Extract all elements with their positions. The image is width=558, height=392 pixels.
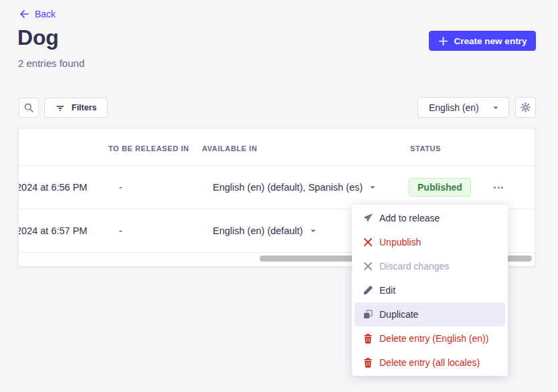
locale-select[interactable]: English (en) [417, 97, 509, 118]
content-manager-list-view: { "page": { "back_label": "Back", "title… [0, 0, 558, 392]
table-row[interactable]: 2024 at 6:56 PM - English (en) (default)… [19, 166, 535, 209]
available-in-value: English (en) (default) [213, 225, 303, 236]
search-button[interactable] [19, 98, 39, 118]
menu-item-label: Unpublish [379, 237, 421, 248]
row-actions-button[interactable] [489, 179, 508, 195]
column-header-available-in[interactable]: AVAILABLE IN [202, 144, 258, 153]
pencil-icon [363, 285, 373, 296]
create-new-entry-button[interactable]: Create new entry [429, 31, 536, 51]
menu-item-delete-entry-all-locales[interactable]: Delete entry (all locales) [355, 351, 505, 375]
entries-count: 2 entries found [18, 58, 84, 69]
table-header-row: TO BE RELEASED IN AVAILABLE IN STATUS [19, 129, 535, 166]
caret-down-icon [309, 227, 317, 235]
cell-available-in[interactable]: English (en) (default), Spanish (es) [213, 182, 377, 193]
ellipsis-icon [494, 187, 496, 189]
gear-icon [520, 102, 531, 113]
menu-item-label: Delete entry (all locales) [379, 357, 480, 368]
create-new-entry-label: Create new entry [454, 36, 527, 46]
menu-item-label: Duplicate [379, 309, 418, 320]
filter-icon [55, 102, 66, 113]
duplicate-icon [363, 309, 373, 320]
back-link[interactable]: Back [19, 9, 56, 19]
menu-item-unpublish[interactable]: Unpublish [355, 230, 505, 254]
cell-available-in[interactable]: English (en) (default) [213, 225, 317, 236]
status-badge: Published [409, 178, 471, 197]
cell-to-be-released-in: - [119, 182, 122, 193]
menu-item-discard-changes[interactable]: Discard changes [355, 254, 505, 278]
available-in-value: English (en) (default), Spanish (es) [213, 182, 363, 193]
cell-to-be-released-in: - [119, 225, 122, 236]
menu-item-label: Add to release [379, 213, 440, 223]
filters-button[interactable]: Filters [44, 98, 108, 118]
filters-label: Filters [72, 103, 97, 112]
menu-item-label: Edit [379, 285, 395, 296]
back-label: Back [35, 9, 56, 19]
column-header-status[interactable]: STATUS [410, 144, 441, 153]
send-icon [363, 213, 373, 223]
cross-icon [363, 261, 373, 272]
caret-down-icon [369, 183, 377, 191]
plus-icon [438, 36, 448, 46]
cell-updated-at: 2024 at 6:57 PM [19, 225, 87, 236]
menu-item-duplicate[interactable]: Duplicate [355, 302, 505, 326]
row-actions-menu: Add to release Unpublish Discard changes… [352, 205, 508, 376]
menu-item-label: Delete entry (English (en)) [379, 333, 488, 344]
caret-down-icon [492, 104, 500, 112]
settings-button[interactable] [515, 97, 536, 118]
trash-icon [363, 333, 373, 344]
arrow-left-icon [19, 9, 29, 19]
column-header-to-be-released-in[interactable]: TO BE RELEASED IN [108, 144, 189, 153]
menu-item-edit[interactable]: Edit [355, 278, 505, 302]
locale-select-value: English (en) [429, 102, 479, 113]
page-title: Dog [17, 25, 59, 50]
menu-item-delete-entry-locale[interactable]: Delete entry (English (en)) [355, 326, 505, 351]
menu-item-label: Discard changes [379, 261, 449, 272]
menu-item-add-to-release[interactable]: Add to release [355, 206, 505, 230]
search-icon [23, 102, 34, 113]
trash-icon [363, 357, 373, 368]
cross-icon [363, 237, 373, 248]
cell-updated-at: 2024 at 6:56 PM [19, 182, 87, 193]
